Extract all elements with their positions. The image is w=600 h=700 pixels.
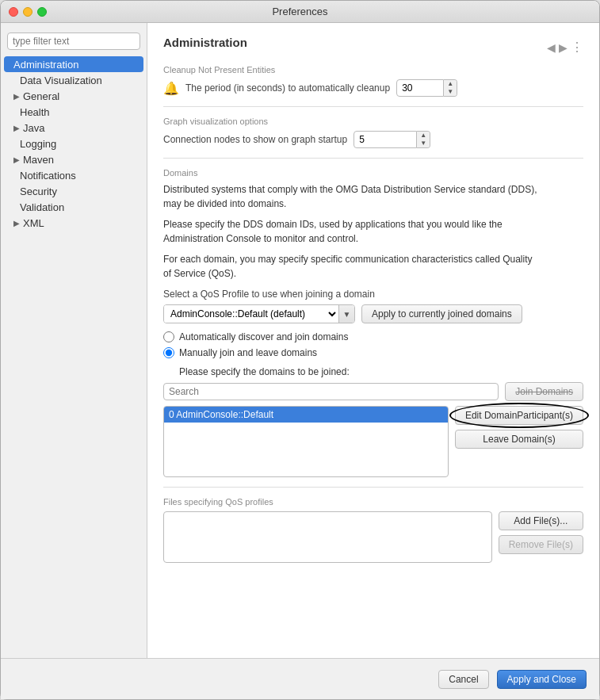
sidebar-item-maven[interactable]: ▶ Maven bbox=[1, 151, 147, 167]
sidebar-item-label: Health bbox=[20, 106, 50, 118]
radio-manual-label: Manually join and leave domains bbox=[179, 347, 317, 358]
section-divider-3 bbox=[163, 487, 583, 488]
close-button[interactable] bbox=[9, 7, 18, 17]
domains-list-buttons: Edit DomainParticipant(s) Leave Domain(s… bbox=[455, 406, 583, 477]
search-input[interactable] bbox=[163, 383, 499, 400]
cleanup-stepper: ▲ ▼ bbox=[396, 79, 457, 97]
bottom-bar: Cancel Apply and Close bbox=[1, 658, 599, 699]
sidebar-item-security[interactable]: Security bbox=[1, 183, 147, 199]
domains-list[interactable]: 0 AdminConsole::Default bbox=[163, 406, 449, 477]
files-buttons: Add File(s)... Remove File(s) bbox=[499, 511, 583, 563]
qos-select-wrap[interactable]: AdminConsole::Default (default) ▼ bbox=[163, 304, 355, 323]
sidebar: Administration Data Visualization ▶ Gene… bbox=[1, 23, 147, 658]
qos-select-label: Select a QoS Profile to use when joining… bbox=[163, 289, 583, 300]
radio-auto[interactable] bbox=[163, 331, 174, 342]
radio-auto-row: Automatically discover and join domains bbox=[163, 331, 583, 342]
graph-section-label: Graph visualization options bbox=[163, 117, 583, 126]
chevron-icon: ▶ bbox=[13, 219, 20, 228]
graph-stepper: ▲ ▼ bbox=[354, 131, 430, 148]
sidebar-item-notifications[interactable]: Notifications bbox=[1, 167, 147, 183]
bell-icon: 🔔 bbox=[163, 81, 179, 96]
sidebar-item-label: XML bbox=[23, 217, 44, 229]
specify-label: Please specify the domains to be joined: bbox=[179, 366, 583, 377]
graph-stepper-buttons: ▲ ▼ bbox=[417, 131, 430, 148]
window-title: Preferences bbox=[272, 6, 327, 17]
domains-list-area: 0 AdminConsole::Default Edit DomainParti… bbox=[163, 406, 583, 477]
leave-domain-button[interactable]: Leave Domain(s) bbox=[455, 430, 583, 449]
radio-manual[interactable] bbox=[163, 347, 174, 358]
qos-select-arrow-icon: ▼ bbox=[338, 304, 354, 323]
sidebar-item-validation[interactable]: Validation bbox=[1, 199, 147, 215]
add-file-button[interactable]: Add File(s)... bbox=[499, 511, 583, 530]
files-section: Files specifying QoS profiles Add File(s… bbox=[163, 497, 583, 563]
join-domains-button[interactable]: Join Domains bbox=[505, 382, 583, 401]
maximize-button[interactable] bbox=[37, 7, 47, 17]
filter-input-wrapper bbox=[1, 29, 147, 56]
apply-to-joined-button[interactable]: Apply to currently joined domains bbox=[361, 304, 522, 323]
preferences-window: Preferences Administration Data Visualiz… bbox=[0, 0, 600, 700]
domains-desc-2: Please specify the DDS domain IDs, used … bbox=[163, 217, 583, 246]
cleanup-decrement[interactable]: ▼ bbox=[444, 88, 457, 96]
sidebar-item-administration[interactable]: Administration bbox=[4, 56, 143, 72]
cancel-button[interactable]: Cancel bbox=[438, 670, 488, 689]
list-item[interactable]: 0 AdminConsole::Default bbox=[164, 407, 448, 423]
sidebar-item-label: Java bbox=[23, 122, 44, 134]
sidebar-item-java[interactable]: ▶ Java bbox=[1, 120, 147, 136]
sidebar-item-label: Administration bbox=[13, 59, 78, 71]
qos-select[interactable]: AdminConsole::Default (default) bbox=[164, 304, 338, 323]
more-options-icon[interactable]: ⋮ bbox=[571, 40, 583, 55]
sidebar-item-label: Validation bbox=[20, 201, 64, 213]
panel-header-icons: ◀ ▶ ⋮ bbox=[547, 40, 583, 55]
radio-manual-row: Manually join and leave domains bbox=[163, 347, 583, 358]
chevron-icon: ▶ bbox=[13, 155, 20, 164]
chevron-icon: ▶ bbox=[13, 124, 20, 132]
edit-domain-participant-button[interactable]: Edit DomainParticipant(s) bbox=[455, 406, 583, 425]
sidebar-item-general[interactable]: ▶ General bbox=[1, 88, 147, 104]
page-title: Administration bbox=[163, 36, 247, 49]
traffic-lights bbox=[9, 7, 47, 17]
radio-auto-label: Automatically discover and join domains bbox=[179, 331, 348, 342]
search-join-row: Join Domains bbox=[163, 382, 583, 401]
section-divider-2 bbox=[163, 158, 583, 159]
sidebar-item-label: Maven bbox=[23, 154, 54, 166]
sidebar-item-health[interactable]: Health bbox=[1, 104, 147, 120]
domains-desc-1: Distributed systems that comply with the… bbox=[163, 182, 583, 211]
graph-input[interactable] bbox=[354, 131, 417, 148]
sidebar-item-label: Security bbox=[20, 186, 57, 197]
sidebar-item-data-visualization[interactable]: Data Visualization bbox=[1, 72, 147, 88]
sidebar-item-logging[interactable]: Logging bbox=[1, 136, 147, 151]
section-divider bbox=[163, 106, 583, 107]
sidebar-item-label: Notifications bbox=[20, 170, 76, 182]
cleanup-stepper-buttons: ▲ ▼ bbox=[444, 79, 457, 97]
apply-close-button[interactable]: Apply and Close bbox=[497, 670, 587, 689]
cleanup-field-row: 🔔 The period (in seconds) to automatical… bbox=[163, 79, 583, 97]
filter-input[interactable] bbox=[7, 33, 140, 50]
cleanup-section-label: Cleanup Not Present Entities bbox=[163, 65, 583, 75]
cleanup-field-label: The period (in seconds) to automatically… bbox=[185, 82, 390, 94]
sidebar-item-label: General bbox=[23, 90, 59, 102]
remove-file-button[interactable]: Remove File(s) bbox=[499, 535, 583, 554]
files-list-row: Add File(s)... Remove File(s) bbox=[163, 511, 583, 563]
graph-field-label: Connection nodes to show on graph startu… bbox=[163, 134, 347, 145]
sidebar-item-label: Logging bbox=[20, 138, 56, 150]
cleanup-input[interactable] bbox=[396, 79, 444, 97]
nav-forward-icon[interactable]: ▶ bbox=[559, 41, 568, 54]
domains-description: Distributed systems that comply with the… bbox=[163, 182, 583, 281]
domains-desc-3: For each domain, you may specify specifi… bbox=[163, 252, 583, 281]
right-panel: Administration ◀ ▶ ⋮ Cleanup Not Present… bbox=[147, 23, 599, 658]
sidebar-item-label: Data Visualization bbox=[20, 75, 102, 86]
minimize-button[interactable] bbox=[23, 7, 32, 17]
main-content: Administration Data Visualization ▶ Gene… bbox=[1, 23, 599, 658]
domains-section-label: Domains bbox=[163, 168, 583, 178]
sidebar-item-xml[interactable]: ▶ XML bbox=[1, 215, 147, 231]
graph-increment[interactable]: ▲ bbox=[417, 132, 430, 140]
nav-back-icon[interactable]: ◀ bbox=[547, 41, 556, 54]
graph-decrement[interactable]: ▼ bbox=[417, 140, 430, 147]
files-list[interactable] bbox=[163, 511, 492, 563]
files-section-label: Files specifying QoS profiles bbox=[163, 497, 583, 507]
titlebar: Preferences bbox=[1, 1, 599, 23]
graph-field-row: Connection nodes to show on graph startu… bbox=[163, 131, 583, 148]
qos-row: AdminConsole::Default (default) ▼ Apply … bbox=[163, 304, 583, 323]
radio-group: Automatically discover and join domains … bbox=[163, 331, 583, 358]
cleanup-increment[interactable]: ▲ bbox=[444, 80, 457, 88]
